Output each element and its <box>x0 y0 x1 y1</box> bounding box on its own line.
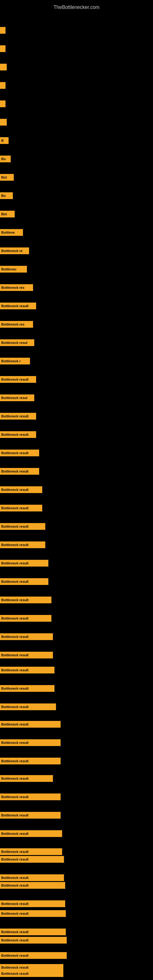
bar-item: B <box>0 137 9 144</box>
bar-label: Bottleneck result <box>1 705 29 709</box>
bar-item: Bottleneck result <box>0 560 48 566</box>
bar-label: Bottleneck result <box>1 506 29 510</box>
bar-label: Bottleneck result <box>1 858 29 861</box>
bar-label: Bottleneck result <box>1 850 29 854</box>
bar-label: Bottleneck result <box>1 912 29 915</box>
bar-label: Bottleneck result <box>1 414 29 418</box>
bar-item: Bottleneck result <box>0 523 45 530</box>
bar-label: Bottleneck result <box>1 930 29 934</box>
bar-label: Bottleneck result <box>1 635 29 638</box>
bar-label: Bottleneck result <box>1 653 29 657</box>
bar-item: Bottleneck result <box>0 929 66 935</box>
bar-item: Bottleneck result <box>0 633 53 640</box>
bar-item <box>0 45 5 52</box>
bar-item: Bottleneck result <box>0 739 61 746</box>
bar-label: Bottleneck result <box>1 795 29 799</box>
bar-label: Bottleneck result <box>1 954 29 957</box>
bar-label: Bottleneck resul <box>1 341 27 345</box>
bar-label: Bottleneck result <box>1 722 29 726</box>
bar-item <box>0 64 7 70</box>
bar-label: Bottleneck result <box>1 687 29 690</box>
bar-item: Bottleneck result <box>0 856 64 863</box>
bar-label: Bottleneck result <box>1 668 29 672</box>
bar-item: Bottleneck result <box>0 812 61 819</box>
bar-label: B <box>1 139 4 142</box>
bar-label: Bottleneck result <box>1 939 29 942</box>
bar-item: Bottleneck result <box>0 964 63 971</box>
bar-label: Bottleneck result <box>1 469 29 473</box>
bar-label: Bottleneck result <box>1 876 29 880</box>
bar-item: Bottlenec <box>0 266 27 272</box>
bar-item <box>0 100 5 107</box>
bar-item: Bottleneck result <box>0 970 63 977</box>
bar-label: Bottleneck result <box>1 759 29 763</box>
bar-label: Bottleneck result <box>1 741 29 745</box>
bar-label: Bottlenec <box>1 267 16 271</box>
bar-item: Bottleneck result <box>0 578 48 585</box>
bar-label: Bottlene <box>1 231 15 234</box>
bar-item: Bottleneck result <box>0 721 61 728</box>
bar-item: Bottleneck result <box>0 830 62 837</box>
bar-item: Bottleneck result <box>0 758 61 764</box>
bar-item: Bottleneck result <box>0 794 61 800</box>
bar-label: Bottleneck result <box>1 883 29 887</box>
bar-item: Bottleneck re <box>0 247 29 254</box>
bar-item: Bottleneck result <box>0 685 54 692</box>
bar-label: Bottleneck re <box>1 249 22 253</box>
bar-label: Bot <box>1 212 7 216</box>
bar-item: Bottleneck result <box>0 882 65 889</box>
bar-item: Bottleneck result <box>0 541 45 548</box>
bar-label: Bottleneck result <box>1 525 29 528</box>
bar-label: Bottleneck result <box>1 543 29 547</box>
bar-label: Bottleneck result <box>1 616 29 620</box>
bar-item: Bottleneck result <box>0 652 53 659</box>
bar-item: Bottleneck resul <box>0 395 34 401</box>
bar-item: Bottleneck result <box>0 775 53 782</box>
bar-label: Bottleneck result <box>1 776 29 780</box>
site-title: TheBottlenecker.com <box>0 2 153 12</box>
bar-item: Bottleneck result <box>0 910 66 917</box>
bar-label: Bottleneck result <box>1 966 29 969</box>
bar-label: Bo <box>1 157 6 161</box>
bar-label: Bottleneck result <box>1 813 29 817</box>
bar-label: Bottleneck result <box>1 832 29 835</box>
bar-item: Bottleneck result <box>0 486 42 493</box>
bar-item: Bottleneck resul <box>0 339 34 346</box>
bar-label: Bottleneck res <box>1 286 24 290</box>
bar-label: Bottleneck result <box>1 598 29 602</box>
bar-label: Bottleneck result <box>1 451 29 455</box>
bar-item: Bot <box>0 211 15 218</box>
bar-item: Bottleneck result <box>0 413 36 420</box>
bar-label: Bottleneck result <box>1 433 29 436</box>
bar-item: Bo <box>0 156 11 162</box>
bar-item: Bottleneck r <box>0 358 30 364</box>
bar-item: Bo <box>0 192 13 199</box>
bar-item: Bottleneck result <box>0 431 36 438</box>
bar-item <box>0 27 5 34</box>
bar-item <box>0 82 5 89</box>
bar-label: Bottleneck res <box>1 323 24 326</box>
bar-item <box>0 119 7 126</box>
bar-label: Bottleneck result <box>1 488 29 492</box>
bar-label: Bottleneck result <box>1 378 29 381</box>
bar-item: Bottleneck result <box>0 597 51 603</box>
bar-item: Bottleneck result <box>0 505 42 511</box>
bar-item: Bottleneck result <box>0 302 36 309</box>
bar-label: Bottleneck resul <box>1 396 27 400</box>
bar-item: Bottleneck result <box>0 450 39 456</box>
bar-item: Bottleneck result <box>0 900 65 907</box>
bar-item: Bottleneck result <box>0 952 67 959</box>
bar-item: Bottleneck result <box>0 703 56 710</box>
bar-label: Bottleneck result <box>1 562 29 565</box>
bar-item: Bottleneck res <box>0 284 33 291</box>
bar-label: Bottleneck r <box>1 359 21 363</box>
bar-item: Bottleneck result <box>0 874 64 881</box>
bar-label: Bot <box>1 175 7 179</box>
bar-item: Bottleneck res <box>0 321 33 328</box>
bar-label: Bo <box>1 194 6 197</box>
bar-label: Bottleneck result <box>1 972 29 975</box>
bar-item: Bottleneck result <box>0 848 62 855</box>
bar-item: Bottleneck result <box>0 937 67 943</box>
bar-item: Bottleneck result <box>0 615 51 622</box>
bar-item: Bottleneck result <box>0 667 54 673</box>
